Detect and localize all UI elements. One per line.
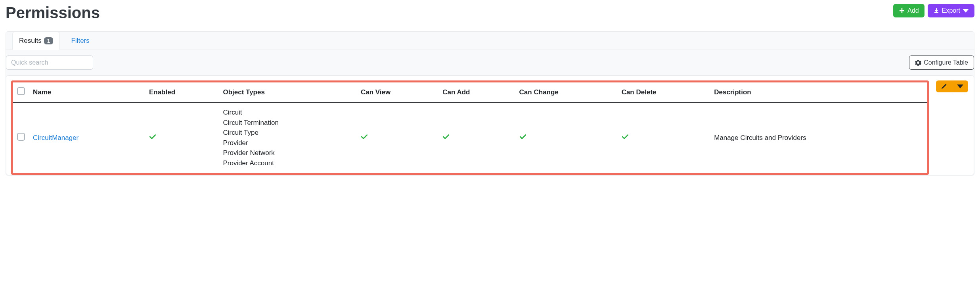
configure-table-label: Configure Table <box>924 59 968 66</box>
caret-down-icon <box>963 8 969 14</box>
cell-enabled <box>145 102 219 173</box>
row-actions <box>936 80 968 92</box>
cell-can-delete <box>618 102 710 173</box>
configure-table-button[interactable]: Configure Table <box>909 55 974 70</box>
table-header-row: Name Enabled Object Types Can View Can A… <box>13 82 927 102</box>
toolbar: Configure Table <box>6 50 974 75</box>
tab-results-label: Results <box>19 37 42 45</box>
col-object-types[interactable]: Object Types <box>219 82 357 102</box>
table-container: Name Enabled Object Types Can View Can A… <box>6 75 974 175</box>
tab-results[interactable]: Results 1 <box>12 32 60 50</box>
cell-can-view <box>357 102 438 173</box>
row-checkbox[interactable] <box>17 133 25 141</box>
check-icon <box>622 134 629 142</box>
pencil-icon <box>941 83 947 90</box>
permission-name-link[interactable]: CircuitManager <box>33 134 78 142</box>
row-actions-dropdown[interactable] <box>952 80 968 92</box>
table-row: CircuitManagerCircuitCircuit Termination… <box>13 102 927 173</box>
add-button[interactable]: Add <box>893 4 924 17</box>
export-button[interactable]: Export <box>928 4 974 17</box>
col-enabled[interactable]: Enabled <box>145 82 219 102</box>
select-all-checkbox[interactable] <box>17 87 25 95</box>
results-count-badge: 1 <box>44 37 54 44</box>
check-icon <box>149 134 156 142</box>
col-can-change[interactable]: Can Change <box>515 82 618 102</box>
check-icon <box>361 134 368 142</box>
header-actions: Add Export <box>893 4 974 17</box>
page-header: Permissions Add Export <box>6 4 974 22</box>
col-can-delete[interactable]: Can Delete <box>618 82 710 102</box>
check-icon <box>519 134 526 142</box>
edit-button[interactable] <box>936 80 952 92</box>
tab-strip: Results 1 Filters <box>6 32 974 50</box>
page-title: Permissions <box>6 4 100 22</box>
highlight-box: Name Enabled Object Types Can View Can A… <box>11 80 929 175</box>
col-description[interactable]: Description <box>710 82 927 102</box>
plus-icon <box>899 8 905 14</box>
search-input[interactable] <box>6 55 93 70</box>
tab-filters-label: Filters <box>71 37 89 45</box>
content-card: Results 1 Filters Configure Table Name <box>6 31 974 176</box>
cell-description: Manage Circuits and Providers <box>710 102 927 173</box>
cell-object-types: CircuitCircuit TerminationCircuit TypePr… <box>219 102 357 173</box>
download-icon <box>933 8 940 14</box>
col-can-add[interactable]: Can Add <box>438 82 515 102</box>
gear-icon <box>915 59 921 66</box>
check-icon <box>442 134 450 142</box>
permissions-table: Name Enabled Object Types Can View Can A… <box>13 82 927 173</box>
col-name[interactable]: Name <box>29 82 145 102</box>
cell-can-change <box>515 102 618 173</box>
col-can-view[interactable]: Can View <box>357 82 438 102</box>
cell-can-add <box>438 102 515 173</box>
caret-down-icon <box>957 83 963 90</box>
export-button-label: Export <box>942 7 960 14</box>
add-button-label: Add <box>907 7 919 14</box>
tab-filters[interactable]: Filters <box>69 32 91 50</box>
